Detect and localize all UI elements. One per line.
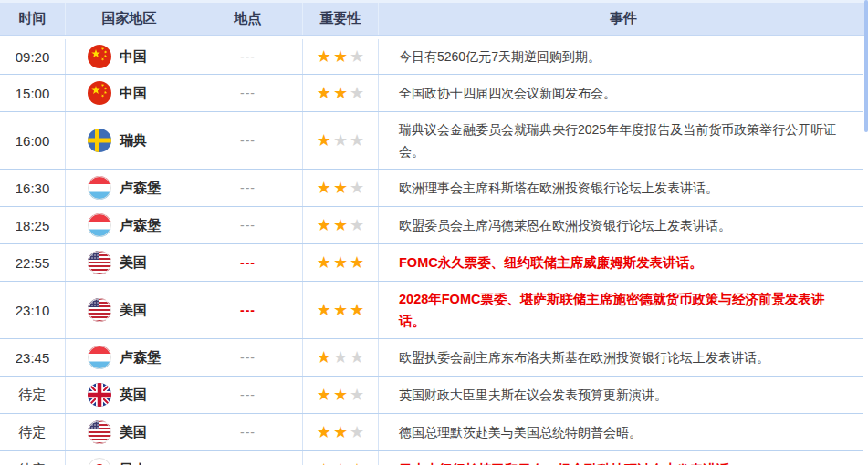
country-cell: 卢森堡 <box>66 170 193 206</box>
star-empty-icon: ★ <box>332 349 349 366</box>
event-text: 瑞典议会金融委员会就瑞典央行2025年年度报告及当前货币政策举行公开听证会。 <box>399 119 842 162</box>
event-text: 欧盟委员会主席冯德莱恩在欧洲投资银行论坛上发表讲话。 <box>399 214 731 236</box>
star-filled-icon: ★ <box>332 180 349 196</box>
location-cell: --- <box>193 170 303 206</box>
event-text: FOMC永久票委、纽约联储主席威廉姆斯发表讲话。 <box>399 252 703 274</box>
country-cell: 美国 <box>66 414 193 450</box>
country-cell: 瑞典 <box>66 112 193 169</box>
location-cell: --- <box>193 75 303 111</box>
country-cell: 中国 <box>66 75 193 111</box>
economic-calendar-table: 时间国家地区地点重要性事件 09:20中国---★★★今日有5260亿元7天期逆… <box>0 0 868 465</box>
location-cell: --- <box>193 244 303 281</box>
table-row[interactable]: 23:45卢森堡---★★★欧盟执委会副主席东布洛夫斯基在欧洲投资银行论坛上发表… <box>0 339 863 377</box>
table-row[interactable]: 16:30卢森堡---★★★欧洲理事会主席科斯塔在欧洲投资银行论坛上发表讲话。 <box>0 170 863 207</box>
star-filled-icon: ★ <box>316 132 332 149</box>
star-empty-icon: ★ <box>349 85 365 101</box>
column-header-event: 事件 <box>379 3 868 35</box>
flag-sweden-icon <box>88 129 111 152</box>
time-cell: 待定 <box>0 377 66 413</box>
star-filled-icon: ★ <box>316 302 332 318</box>
flag-luxembourg-icon <box>88 346 111 369</box>
star-filled-icon: ★ <box>332 302 349 318</box>
event-cell[interactable]: 欧洲理事会主席科斯塔在欧洲投资银行论坛上发表讲话。 <box>379 170 863 206</box>
importance-stars: ★★★ <box>303 339 379 376</box>
flag-usa-icon <box>88 298 111 322</box>
country-cell: 英国 <box>66 377 193 413</box>
time-cell: 18:25 <box>0 207 66 243</box>
star-empty-icon: ★ <box>349 132 365 149</box>
location-cell: --- <box>193 451 303 465</box>
event-cell[interactable]: 全国政协十四届四次会议新闻发布会。 <box>379 75 863 111</box>
star-filled-icon: ★ <box>332 254 349 271</box>
event-cell[interactable]: 2028年FOMC票委、堪萨斯联储主席施密德就货币政策与经济前景发表讲话。 <box>379 282 863 338</box>
flag-china-icon <box>88 81 111 105</box>
country-name: 美国 <box>120 424 147 441</box>
importance-stars: ★★★ <box>303 451 379 465</box>
time-cell: 15:00 <box>0 75 66 111</box>
event-text: 2028年FOMC票委、堪萨斯联储主席施密德就货币政策与经济前景发表讲话。 <box>399 288 842 332</box>
star-empty-icon: ★ <box>349 48 365 65</box>
star-filled-icon: ★ <box>349 302 365 318</box>
event-cell[interactable]: 欧盟执委会副主席东布洛夫斯基在欧洲投资银行论坛上发表讲话。 <box>379 339 863 376</box>
table-row[interactable]: 16:00瑞典---★★★瑞典议会金融委员会就瑞典央行2025年年度报告及当前货… <box>0 112 863 170</box>
star-filled-icon: ★ <box>316 387 332 403</box>
event-cell[interactable]: 今日有5260亿元7天期逆回购到期。 <box>379 39 863 74</box>
country-cell: 美国 <box>66 244 193 281</box>
country-cell: 中国 <box>66 39 193 74</box>
event-text: 日本央行行长植田和男在一场金融科技研讨会上发表讲话。 <box>399 459 743 465</box>
star-empty-icon: ★ <box>332 132 349 149</box>
table-row[interactable]: 23:10美国---★★★2028年FOMC票委、堪萨斯联储主席施密德就货币政策… <box>0 282 863 339</box>
column-header-location: 地点 <box>193 3 303 35</box>
flag-japan-icon <box>88 458 111 465</box>
importance-stars: ★★★ <box>303 39 379 74</box>
star-filled-icon: ★ <box>332 461 349 465</box>
star-filled-icon: ★ <box>316 48 332 65</box>
table-row[interactable]: 18:25卢森堡---★★★欧盟委员会主席冯德莱恩在欧洲投资银行论坛上发表讲话。 <box>0 207 863 244</box>
column-header-time: 时间 <box>0 3 66 35</box>
table-row[interactable]: 09:20中国---★★★今日有5260亿元7天期逆回购到期。 <box>0 39 863 75</box>
star-filled-icon: ★ <box>316 424 332 440</box>
country-cell: 卢森堡 <box>66 339 193 376</box>
country-name: 瑞典 <box>120 132 147 150</box>
country-cell: 日本 <box>66 451 193 465</box>
star-filled-icon: ★ <box>316 254 332 271</box>
event-cell[interactable]: 英国财政大臣里夫斯在议会发表预算更新演讲。 <box>379 377 863 413</box>
country-cell: 卢森堡 <box>66 207 193 243</box>
table-row[interactable]: 22:55美国---★★★FOMC永久票委、纽约联储主席威廉姆斯发表讲话。 <box>0 244 863 282</box>
star-filled-icon: ★ <box>332 387 349 403</box>
flag-usa-icon <box>88 251 111 274</box>
country-name: 美国 <box>120 254 147 272</box>
country-name: 卢森堡 <box>120 349 161 367</box>
time-cell: 09:20 <box>0 39 66 74</box>
event-cell[interactable]: 德国总理默茨赴美与美国总统特朗普会晤。 <box>379 414 863 450</box>
star-empty-icon: ★ <box>349 180 365 196</box>
importance-stars: ★★★ <box>303 207 379 243</box>
event-cell[interactable]: 瑞典议会金融委员会就瑞典央行2025年年度报告及当前货币政策举行公开听证会。 <box>379 112 863 169</box>
scrollbar-thumb[interactable] <box>864 0 868 132</box>
star-filled-icon: ★ <box>316 85 332 101</box>
country-name: 卢森堡 <box>120 217 161 234</box>
country-cell: 美国 <box>66 282 193 338</box>
country-name: 日本 <box>120 461 147 465</box>
event-text: 德国总理默茨赴美与美国总统特朗普会晤。 <box>399 421 642 443</box>
star-filled-icon: ★ <box>332 48 349 65</box>
table-row[interactable]: 待定英国---★★★英国财政大臣里夫斯在议会发表预算更新演讲。 <box>0 377 863 414</box>
star-filled-icon: ★ <box>316 217 332 233</box>
event-text: 欧洲理事会主席科斯塔在欧洲投资银行论坛上发表讲话。 <box>399 177 718 199</box>
country-name: 卢森堡 <box>120 180 161 197</box>
table-row[interactable]: 15:00中国---★★★全国政协十四届四次会议新闻发布会。 <box>0 75 863 112</box>
flag-china-icon <box>88 45 111 68</box>
table-row[interactable]: 待定日本---★★★日本央行行长植田和男在一场金融科技研讨会上发表讲话。 <box>0 451 863 465</box>
location-cell: --- <box>193 207 303 243</box>
table-row[interactable]: 待定美国---★★★德国总理默茨赴美与美国总统特朗普会晤。 <box>0 414 863 451</box>
table-body: 09:20中国---★★★今日有5260亿元7天期逆回购到期。15:00中国--… <box>0 39 863 465</box>
event-cell[interactable]: FOMC永久票委、纽约联储主席威廉姆斯发表讲话。 <box>379 244 863 281</box>
column-header-importance: 重要性 <box>303 3 379 35</box>
flag-usa-icon <box>88 420 111 444</box>
star-empty-icon: ★ <box>349 424 365 440</box>
column-header-region: 国家地区 <box>66 3 193 35</box>
event-cell[interactable]: 欧盟委员会主席冯德莱恩在欧洲投资银行论坛上发表讲话。 <box>379 207 863 243</box>
flag-luxembourg-icon <box>88 176 111 200</box>
event-cell[interactable]: 日本央行行长植田和男在一场金融科技研讨会上发表讲话。 <box>379 451 863 465</box>
star-filled-icon: ★ <box>316 180 332 196</box>
